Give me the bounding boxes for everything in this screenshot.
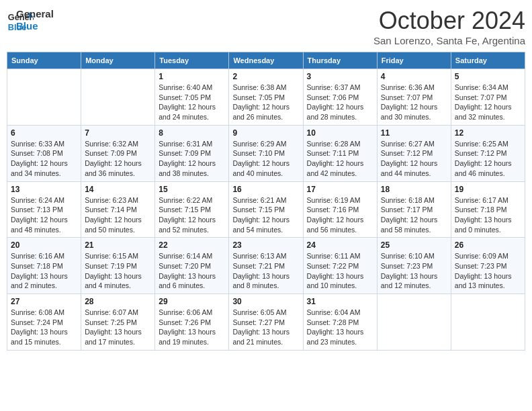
- page-header: General Blue General Blue October 2024 S…: [7, 7, 525, 46]
- day-number: 13: [11, 185, 77, 194]
- day-number: 7: [85, 128, 151, 138]
- day-number: 9: [232, 128, 299, 138]
- day-of-week-wednesday: Wednesday: [229, 52, 303, 69]
- calendar-cell: 30Sunrise: 6:05 AM Sunset: 7:27 PM Dayli…: [229, 294, 303, 351]
- day-number: 20: [11, 240, 77, 250]
- calendar-cell: 29Sunrise: 6:06 AM Sunset: 7:26 PM Dayli…: [155, 294, 229, 351]
- calendar-table: SundayMondayTuesdayWednesdayThursdayFrid…: [7, 52, 525, 351]
- day-info: Sunrise: 6:08 AM Sunset: 7:24 PM Dayligh…: [11, 308, 77, 347]
- calendar-cell: 1Sunrise: 6:40 AM Sunset: 7:05 PM Daylig…: [155, 69, 229, 126]
- calendar-cell: [7, 69, 81, 126]
- day-info: Sunrise: 6:32 AM Sunset: 7:09 PM Dayligh…: [85, 139, 151, 179]
- location-title: San Lorenzo, Santa Fe, Argentina: [373, 35, 525, 46]
- day-info: Sunrise: 6:36 AM Sunset: 7:07 PM Dayligh…: [381, 83, 447, 122]
- calendar-cell: [451, 294, 525, 351]
- day-number: 3: [307, 72, 373, 81]
- day-info: Sunrise: 6:38 AM Sunset: 7:05 PM Dayligh…: [232, 83, 299, 122]
- day-info: Sunrise: 6:23 AM Sunset: 7:14 PM Dayligh…: [85, 195, 151, 235]
- calendar-cell: 26Sunrise: 6:09 AM Sunset: 7:23 PM Dayli…: [451, 238, 525, 294]
- day-info: Sunrise: 6:06 AM Sunset: 7:26 PM Dayligh…: [159, 308, 225, 347]
- day-info: Sunrise: 6:21 AM Sunset: 7:15 PM Dayligh…: [232, 195, 299, 235]
- day-info: Sunrise: 6:25 AM Sunset: 7:12 PM Dayligh…: [455, 139, 521, 179]
- calendar-cell: [81, 69, 155, 126]
- calendar-cell: 23Sunrise: 6:13 AM Sunset: 7:21 PM Dayli…: [229, 238, 303, 294]
- day-number: 5: [455, 72, 521, 81]
- day-number: 19: [455, 185, 521, 194]
- calendar-cell: 27Sunrise: 6:08 AM Sunset: 7:24 PM Dayli…: [7, 294, 81, 351]
- calendar-cell: 25Sunrise: 6:10 AM Sunset: 7:23 PM Dayli…: [377, 238, 451, 294]
- day-number: 30: [232, 297, 299, 306]
- day-info: Sunrise: 6:40 AM Sunset: 7:05 PM Dayligh…: [159, 83, 225, 122]
- day-info: Sunrise: 6:16 AM Sunset: 7:18 PM Dayligh…: [11, 251, 77, 291]
- day-info: Sunrise: 6:09 AM Sunset: 7:23 PM Dayligh…: [455, 251, 521, 291]
- logo: General Blue General Blue: [7, 7, 54, 34]
- day-number: 14: [85, 185, 151, 194]
- calendar-cell: 22Sunrise: 6:14 AM Sunset: 7:20 PM Dayli…: [155, 238, 229, 294]
- day-number: 27: [11, 297, 77, 306]
- day-of-week-saturday: Saturday: [451, 52, 525, 69]
- day-number: 10: [307, 128, 373, 138]
- calendar-cell: [377, 294, 451, 351]
- day-info: Sunrise: 6:15 AM Sunset: 7:19 PM Dayligh…: [85, 251, 151, 291]
- day-info: Sunrise: 6:18 AM Sunset: 7:17 PM Dayligh…: [381, 195, 447, 235]
- day-of-week-thursday: Thursday: [303, 52, 377, 69]
- day-number: 8: [159, 128, 225, 138]
- calendar-cell: 19Sunrise: 6:17 AM Sunset: 7:18 PM Dayli…: [451, 181, 525, 238]
- day-info: Sunrise: 6:05 AM Sunset: 7:27 PM Dayligh…: [232, 308, 299, 347]
- day-info: Sunrise: 6:29 AM Sunset: 7:10 PM Dayligh…: [232, 139, 299, 179]
- day-number: 23: [232, 240, 299, 250]
- day-number: 6: [11, 128, 77, 138]
- day-info: Sunrise: 6:07 AM Sunset: 7:25 PM Dayligh…: [85, 308, 151, 347]
- calendar-cell: 8Sunrise: 6:31 AM Sunset: 7:09 PM Daylig…: [155, 125, 229, 181]
- day-info: Sunrise: 6:31 AM Sunset: 7:09 PM Dayligh…: [159, 139, 225, 179]
- day-info: Sunrise: 6:24 AM Sunset: 7:13 PM Dayligh…: [11, 195, 77, 235]
- calendar-cell: 16Sunrise: 6:21 AM Sunset: 7:15 PM Dayli…: [229, 181, 303, 238]
- day-of-week-friday: Friday: [377, 52, 451, 69]
- day-number: 18: [381, 185, 447, 194]
- calendar-cell: 4Sunrise: 6:36 AM Sunset: 7:07 PM Daylig…: [377, 69, 451, 126]
- logo-blue-text: Blue: [16, 20, 54, 32]
- day-info: Sunrise: 6:10 AM Sunset: 7:23 PM Dayligh…: [381, 251, 447, 291]
- calendar-cell: 20Sunrise: 6:16 AM Sunset: 7:18 PM Dayli…: [7, 238, 81, 294]
- day-number: 28: [85, 297, 151, 306]
- calendar-cell: 18Sunrise: 6:18 AM Sunset: 7:17 PM Dayli…: [377, 181, 451, 238]
- calendar-cell: 7Sunrise: 6:32 AM Sunset: 7:09 PM Daylig…: [81, 125, 155, 181]
- day-info: Sunrise: 6:13 AM Sunset: 7:21 PM Dayligh…: [232, 251, 299, 291]
- day-number: 17: [307, 185, 373, 194]
- title-block: October 2024 San Lorenzo, Santa Fe, Arge…: [373, 7, 525, 46]
- day-info: Sunrise: 6:04 AM Sunset: 7:28 PM Dayligh…: [307, 308, 373, 347]
- day-number: 16: [232, 185, 299, 194]
- day-info: Sunrise: 6:33 AM Sunset: 7:08 PM Dayligh…: [11, 139, 77, 179]
- day-number: 22: [159, 240, 225, 250]
- month-title: October 2024: [373, 7, 525, 35]
- day-info: Sunrise: 6:11 AM Sunset: 7:22 PM Dayligh…: [307, 251, 373, 291]
- day-number: 29: [159, 297, 225, 306]
- day-info: Sunrise: 6:27 AM Sunset: 7:12 PM Dayligh…: [381, 139, 447, 179]
- day-info: Sunrise: 6:34 AM Sunset: 7:07 PM Dayligh…: [455, 83, 521, 122]
- day-number: 12: [455, 128, 521, 138]
- calendar-cell: 12Sunrise: 6:25 AM Sunset: 7:12 PM Dayli…: [451, 125, 525, 181]
- day-of-week-monday: Monday: [81, 52, 155, 69]
- calendar-cell: 28Sunrise: 6:07 AM Sunset: 7:25 PM Dayli…: [81, 294, 155, 351]
- calendar-cell: 9Sunrise: 6:29 AM Sunset: 7:10 PM Daylig…: [229, 125, 303, 181]
- day-number: 2: [232, 72, 299, 81]
- day-number: 31: [307, 297, 373, 306]
- day-number: 11: [381, 128, 447, 138]
- calendar-cell: 15Sunrise: 6:22 AM Sunset: 7:15 PM Dayli…: [155, 181, 229, 238]
- day-info: Sunrise: 6:14 AM Sunset: 7:20 PM Dayligh…: [159, 251, 225, 291]
- calendar-cell: 14Sunrise: 6:23 AM Sunset: 7:14 PM Dayli…: [81, 181, 155, 238]
- calendar-week-row: 13Sunrise: 6:24 AM Sunset: 7:13 PM Dayli…: [7, 181, 525, 238]
- calendar-cell: 21Sunrise: 6:15 AM Sunset: 7:19 PM Dayli…: [81, 238, 155, 294]
- day-number: 24: [307, 240, 373, 250]
- calendar-cell: 2Sunrise: 6:38 AM Sunset: 7:05 PM Daylig…: [229, 69, 303, 126]
- calendar-cell: 3Sunrise: 6:37 AM Sunset: 7:06 PM Daylig…: [303, 69, 377, 126]
- day-of-week-sunday: Sunday: [7, 52, 81, 69]
- calendar-cell: 17Sunrise: 6:19 AM Sunset: 7:16 PM Dayli…: [303, 181, 377, 238]
- calendar-cell: 10Sunrise: 6:28 AM Sunset: 7:11 PM Dayli…: [303, 125, 377, 181]
- calendar-week-row: 1Sunrise: 6:40 AM Sunset: 7:05 PM Daylig…: [7, 69, 525, 126]
- day-number: 15: [159, 185, 225, 194]
- day-number: 21: [85, 240, 151, 250]
- calendar-cell: 6Sunrise: 6:33 AM Sunset: 7:08 PM Daylig…: [7, 125, 81, 181]
- day-info: Sunrise: 6:28 AM Sunset: 7:11 PM Dayligh…: [307, 139, 373, 179]
- calendar-cell: 11Sunrise: 6:27 AM Sunset: 7:12 PM Dayli…: [377, 125, 451, 181]
